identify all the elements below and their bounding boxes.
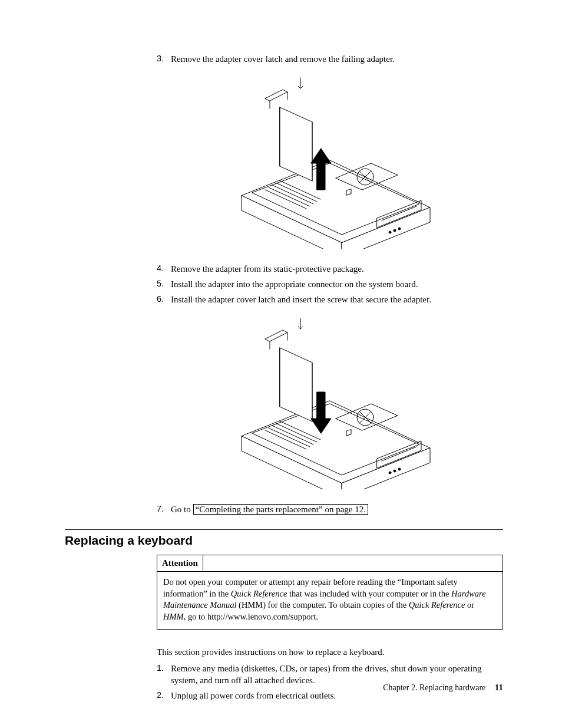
svg-point-26 [398, 228, 401, 230]
figure-adapter-install [157, 312, 503, 492]
attn-italic: Quick Reference [409, 600, 465, 610]
chassis-illustration-down [224, 312, 436, 489]
attn-italic: Quick Reference [231, 589, 287, 598]
step-text: Remove the adapter cover latch and remov… [171, 53, 503, 65]
page: 3. Remove the adapter cover latch and re… [0, 0, 562, 728]
ordered-list-a-cont: 4. Remove the adapter from its static-pr… [157, 263, 503, 306]
svg-point-25 [394, 229, 396, 232]
svg-marker-30 [342, 448, 430, 489]
chassis-illustration-up [224, 72, 436, 249]
step-number: 5. [157, 278, 171, 290]
svg-marker-43 [280, 348, 312, 421]
step7-prefix: Go to [171, 505, 193, 514]
attn-text: that was included with your computer or … [287, 589, 451, 598]
attention-box: Attention Do not open your computer or a… [157, 555, 503, 630]
svg-marker-2 [342, 207, 430, 249]
svg-marker-22 [317, 160, 325, 190]
ordered-list-a: 3. Remove the adapter cover latch and re… [157, 53, 503, 65]
step-text: Go to “Completing the parts replacement”… [171, 503, 503, 515]
step-5: 5. Install the adapter into the appropri… [157, 278, 503, 290]
page-footer: Chapter 2. Replacing hardware 11 [383, 681, 503, 694]
svg-marker-50 [317, 392, 325, 421]
svg-marker-29 [242, 436, 342, 489]
svg-marker-18 [265, 90, 287, 101]
step-7: 7. Go to “Completing the parts replaceme… [157, 503, 503, 515]
step-4: 4. Remove the adapter from its static-pr… [157, 263, 503, 275]
attn-italic: HMM [163, 612, 184, 621]
footer-page-number: 11 [495, 683, 503, 692]
svg-rect-55 [346, 430, 351, 436]
cross-reference-link[interactable]: “Completing the parts replacement” on pa… [193, 504, 368, 515]
step-number: 7. [157, 503, 171, 515]
step-text: Install the adapter into the appropriate… [171, 278, 503, 290]
svg-line-40 [272, 426, 313, 444]
step-number: 3. [157, 53, 171, 65]
section-body: Attention Do not open your computer or a… [157, 555, 503, 702]
svg-marker-46 [265, 330, 287, 341]
attn-text: (HMM) for the computer. To obtain copies… [236, 600, 408, 610]
attention-label: Attention [157, 555, 203, 571]
svg-marker-51 [311, 419, 331, 433]
step-number: 1. [157, 663, 171, 687]
step-6: 6. Install the adapter cover latch and i… [157, 294, 503, 305]
svg-line-10 [265, 190, 306, 209]
step-number: 4. [157, 263, 171, 275]
upper-steps-block: 3. Remove the adapter cover latch and re… [157, 53, 503, 515]
attn-text: or [465, 600, 474, 610]
step-3: 3. Remove the adapter cover latch and re… [157, 53, 503, 65]
attn-text: , go to http://www.lenovo.com/support. [184, 612, 318, 621]
svg-marker-1 [242, 196, 342, 249]
svg-marker-15 [280, 107, 312, 181]
svg-line-13 [276, 183, 317, 202]
svg-point-54 [398, 468, 401, 470]
section-divider [65, 529, 503, 530]
svg-point-53 [394, 470, 396, 472]
svg-line-14 [279, 180, 320, 199]
step-text: Install the adapter cover latch and inse… [171, 294, 503, 305]
step-number: 2. [157, 690, 171, 701]
step-number: 6. [157, 294, 171, 305]
svg-marker-23 [311, 149, 331, 163]
step-text: Remove the adapter from its static-prote… [171, 263, 503, 275]
svg-point-24 [389, 231, 391, 233]
attention-body: Do not open your computer or attempt any… [157, 572, 503, 628]
footer-chapter: Chapter 2. Replacing hardware [383, 683, 485, 692]
svg-line-41 [276, 423, 317, 442]
svg-point-52 [389, 472, 391, 474]
figure-adapter-remove [157, 72, 503, 252]
section-intro: This section provides instructions on ho… [157, 646, 503, 658]
ordered-list-a-end: 7. Go to “Completing the parts replaceme… [157, 503, 503, 515]
svg-rect-27 [346, 189, 351, 196]
attention-header-row: Attention [157, 555, 503, 572]
svg-line-38 [265, 430, 306, 449]
section-heading: Replacing a keyboard [65, 532, 503, 549]
svg-line-12 [272, 185, 313, 204]
